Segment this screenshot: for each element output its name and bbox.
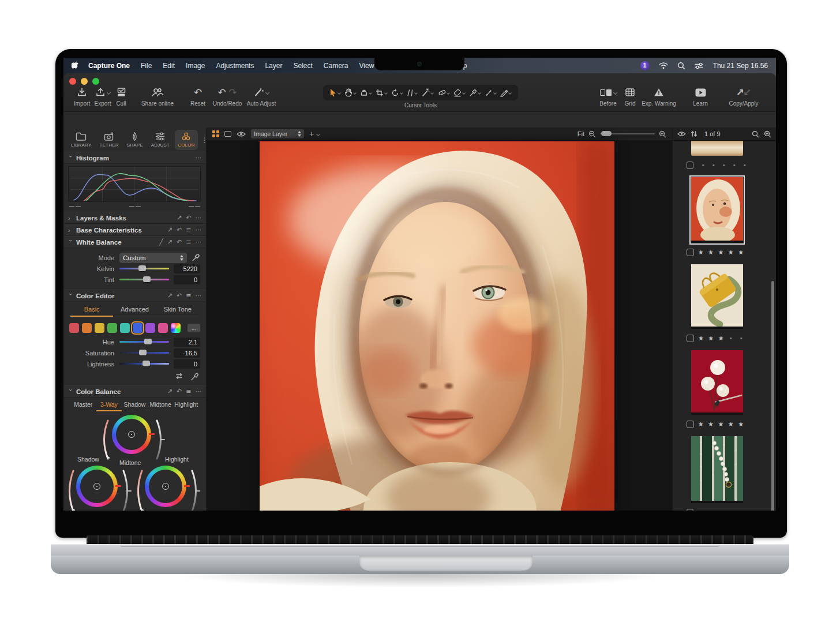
tab-tether[interactable]: TETHER bbox=[97, 130, 122, 150]
layers-masks-header[interactable]: › Layers & Masks ↗ ↶ ··· bbox=[63, 212, 206, 224]
layers-masks-collapse-icon[interactable]: › bbox=[68, 215, 75, 222]
heal-tool[interactable] bbox=[437, 89, 449, 97]
lightness-value[interactable]: 0 bbox=[174, 359, 200, 369]
kelvin-value[interactable]: 5220 bbox=[174, 264, 200, 273]
ce-tab-skin-tone[interactable]: Skin Tone bbox=[156, 304, 199, 317]
proof-eye-icon[interactable] bbox=[237, 131, 246, 137]
cb-tab-midtone[interactable]: Midtone bbox=[148, 400, 174, 411]
filmstrip-zoom-icon[interactable] bbox=[764, 130, 771, 138]
swatch-more-button[interactable]: ... bbox=[187, 324, 200, 332]
layers-more-icon[interactable]: ··· bbox=[196, 214, 202, 222]
wifi-icon[interactable] bbox=[659, 62, 668, 69]
auto-adjust-button[interactable]: Auto Adjust bbox=[243, 86, 279, 107]
tint-value[interactable]: 0 bbox=[174, 275, 200, 284]
menu-app-name[interactable]: Capture One bbox=[88, 62, 130, 70]
color-editor-header[interactable]: › Color Editor ↗ ↶ ≡ ··· bbox=[63, 290, 206, 302]
filmstrip-eye-icon[interactable] bbox=[677, 131, 686, 137]
menu-file[interactable]: File bbox=[141, 62, 152, 70]
ai-adjust-tool[interactable]: AI bbox=[421, 88, 433, 97]
midtone-wheel-center[interactable] bbox=[128, 431, 135, 438]
spotlight-search-icon[interactable] bbox=[677, 62, 685, 70]
undo-redo-button[interactable]: ↶ ↷ Undo/Redo bbox=[209, 86, 246, 107]
minimize-window-button[interactable] bbox=[81, 78, 88, 85]
ce-presets-icon[interactable]: ≡ bbox=[186, 292, 191, 299]
menu-view[interactable]: View bbox=[359, 62, 374, 70]
highlight-wheel-center[interactable] bbox=[162, 483, 169, 490]
color-balance-header[interactable]: › Color Balance ↗ ↶ ≡ ··· bbox=[63, 385, 206, 397]
menu-select[interactable]: Select bbox=[293, 62, 312, 70]
white-balance-header[interactable]: › White Balance ╱ ↗ ↶ ≡ ··· bbox=[63, 236, 206, 248]
color-balance-collapse-icon[interactable]: › bbox=[68, 389, 74, 396]
cb-tab-3way[interactable]: 3-Way bbox=[96, 400, 122, 411]
shadow-hue-marker[interactable] bbox=[115, 485, 121, 487]
highlight-lightness-arc[interactable] bbox=[190, 468, 201, 511]
highlight-hue-marker[interactable] bbox=[184, 485, 190, 487]
base-characteristics-collapse-icon[interactable]: › bbox=[68, 227, 75, 234]
saturation-value[interactable]: -16,5 bbox=[174, 348, 200, 358]
multi-view-icon[interactable] bbox=[212, 130, 219, 137]
layer-select[interactable]: Image Layer bbox=[251, 129, 304, 138]
select-tool[interactable] bbox=[329, 88, 340, 97]
filmstrip-search-icon[interactable] bbox=[752, 130, 759, 138]
ce-reset-icon[interactable]: ↶ bbox=[177, 292, 182, 299]
add-layer-button[interactable]: + bbox=[309, 129, 314, 138]
wb-reset-icon[interactable]: ↶ bbox=[177, 238, 182, 246]
histogram-header[interactable]: › Histogram ··· bbox=[63, 152, 206, 164]
wb-presets-icon[interactable]: ≡ bbox=[186, 238, 191, 246]
base-presets-icon[interactable]: ≡ bbox=[186, 226, 191, 234]
close-window-button[interactable] bbox=[69, 78, 76, 85]
thumbnail-2-selected[interactable] bbox=[691, 177, 743, 243]
rotate-tool[interactable] bbox=[391, 89, 403, 97]
histogram-collapse-icon[interactable]: › bbox=[68, 155, 74, 162]
zoom-out-icon[interactable] bbox=[588, 130, 596, 138]
pick-color-icon[interactable] bbox=[190, 373, 199, 381]
white-balance-collapse-icon[interactable]: › bbox=[68, 239, 74, 246]
crop-tool[interactable] bbox=[376, 89, 387, 97]
swatch-all-colors[interactable] bbox=[171, 323, 181, 333]
wb-eyedropper-icon[interactable] bbox=[192, 253, 200, 262]
wb-picker-icon[interactable]: ╱ bbox=[159, 238, 163, 246]
hue-value[interactable]: 2,1 bbox=[174, 337, 200, 347]
menu-layer[interactable]: Layer bbox=[265, 62, 282, 70]
thumbnail-1-partial[interactable] bbox=[691, 141, 743, 156]
shadow-lightness-arc[interactable] bbox=[121, 468, 133, 511]
erase-mask-tool[interactable] bbox=[500, 89, 511, 97]
draw-mask-tool[interactable] bbox=[485, 89, 496, 97]
cb-reset-icon[interactable]: ↶ bbox=[177, 388, 182, 395]
straighten-tool[interactable] bbox=[407, 89, 417, 97]
shadow-wheel-center[interactable] bbox=[93, 483, 100, 490]
midtone-saturation-arc[interactable] bbox=[99, 418, 110, 461]
lightness-slider[interactable] bbox=[119, 363, 169, 365]
swatch-purple[interactable] bbox=[145, 323, 155, 333]
shadow-saturation-arc[interactable] bbox=[65, 468, 75, 511]
thumbnail-2-checkbox[interactable] bbox=[687, 249, 694, 256]
cb-more-icon[interactable]: ··· bbox=[196, 388, 202, 395]
wb-mode-select[interactable]: Custom bbox=[119, 253, 187, 263]
menu-camera[interactable]: Camera bbox=[324, 62, 348, 70]
zoom-window-button[interactable] bbox=[92, 78, 99, 85]
invert-selection-icon[interactable] bbox=[175, 373, 183, 380]
swatch-orange[interactable] bbox=[82, 323, 92, 333]
highlight-saturation-arc[interactable] bbox=[133, 468, 144, 511]
learn-button[interactable]: Learn bbox=[684, 86, 717, 107]
ce-tab-advanced[interactable]: Advanced bbox=[113, 304, 156, 317]
base-characteristics-header[interactable]: › Base Characteristics ↗ ↶ ≡ ··· bbox=[63, 224, 206, 236]
cb-copy-icon[interactable]: ↗ bbox=[167, 388, 172, 395]
ce-more-icon[interactable]: ··· bbox=[196, 292, 202, 299]
sort-order-icon[interactable] bbox=[691, 130, 697, 137]
zoom-slider-knob[interactable] bbox=[601, 131, 612, 136]
saturation-slider-knob[interactable] bbox=[139, 350, 147, 355]
pan-tool[interactable] bbox=[344, 88, 356, 97]
kelvin-slider[interactable] bbox=[119, 268, 169, 269]
hue-slider[interactable] bbox=[119, 341, 169, 343]
cb-tab-shadow[interactable]: Shadow bbox=[122, 400, 148, 411]
ce-copy-icon[interactable]: ↗ bbox=[167, 292, 172, 299]
fit-label[interactable]: Fit bbox=[578, 130, 584, 137]
password-manager-icon[interactable]: 1 bbox=[640, 61, 650, 70]
layers-reset-icon[interactable]: ↶ bbox=[186, 214, 191, 222]
base-reset-icon[interactable]: ↶ bbox=[177, 226, 182, 234]
tab-shape[interactable]: SHAPE bbox=[124, 130, 146, 150]
wb-more-icon[interactable]: ··· bbox=[196, 238, 202, 246]
wb-copy-icon[interactable]: ↗ bbox=[167, 238, 172, 246]
base-copy-icon[interactable]: ↗ bbox=[167, 226, 172, 234]
